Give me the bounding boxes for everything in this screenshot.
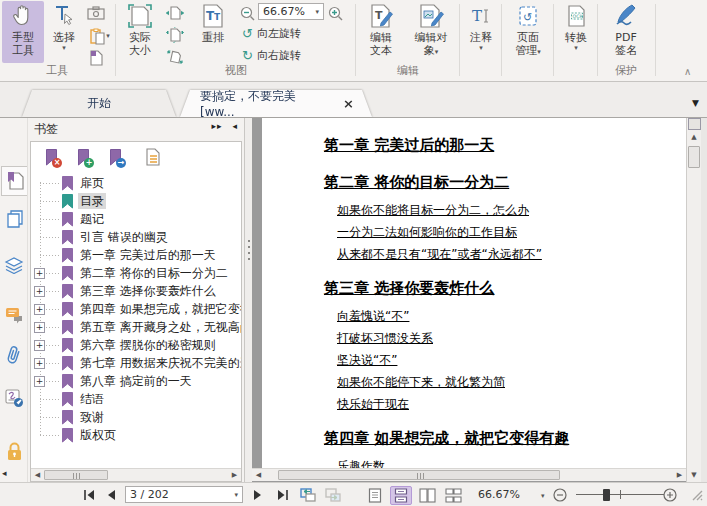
pdf-toc-entry-link[interactable]: 快乐始于现在 bbox=[337, 397, 686, 411]
convert-button[interactable]: OCR 转换 ▾ bbox=[557, 1, 595, 63]
scroll-right-icon[interactable]: ▶ bbox=[228, 469, 241, 481]
scrollbar-thumb[interactable] bbox=[688, 146, 700, 168]
bookmark-item[interactable]: 题记 bbox=[31, 210, 241, 228]
bookmark-item[interactable]: 结语 bbox=[31, 390, 241, 408]
rotate-left-button[interactable]: ↺ 向左旋转 bbox=[242, 25, 301, 41]
tab-start[interactable]: 开始 bbox=[22, 90, 176, 117]
edit-text-button[interactable]: T 编辑文本 bbox=[360, 1, 402, 63]
actual-size-button[interactable]: 实际大小 bbox=[120, 1, 160, 63]
scroll-right-icon[interactable]: ▶ bbox=[673, 469, 686, 481]
pdf-toc-heading-link[interactable]: 第二章 将你的目标一分为二 bbox=[324, 173, 686, 192]
bookmark-item[interactable]: 扉页 bbox=[31, 174, 241, 192]
select-tool-button[interactable]: 选择 ▾ bbox=[47, 1, 81, 63]
hand-tool-button[interactable]: 手型工具 bbox=[2, 1, 44, 63]
previous-view-button[interactable] bbox=[298, 486, 318, 504]
expander-plus-icon[interactable]: + bbox=[34, 358, 45, 369]
delete-bookmark-button[interactable]: × bbox=[39, 145, 63, 169]
zoom-out-button[interactable] bbox=[238, 2, 256, 24]
pdf-toc-entry-link[interactable]: 打破坏习惯没关系 bbox=[337, 331, 686, 345]
add-bookmark-button[interactable]: + bbox=[71, 145, 95, 169]
sidebar-item-comments[interactable] bbox=[1, 300, 27, 330]
strip-collapse-icon[interactable]: ◂ bbox=[2, 468, 7, 478]
pdf-toc-entry-link[interactable]: 如果你不能停下来，就化繁为简 bbox=[337, 375, 686, 389]
pdf-toc-entry-link[interactable]: 乐趣作数 bbox=[337, 459, 686, 468]
split-view-handle[interactable] bbox=[688, 118, 701, 130]
expander-plus-icon[interactable]: + bbox=[34, 376, 45, 387]
bookmark-item[interactable]: 引言 错误的幽灵 bbox=[31, 228, 241, 246]
locate-bookmark-button[interactable]: → bbox=[103, 145, 127, 169]
pdf-toc-heading-link[interactable]: 第四章 如果想完成，就把它变得有趣 bbox=[324, 429, 686, 448]
last-page-button[interactable] bbox=[274, 486, 292, 504]
bookmark-item[interactable]: +第七章 用数据来庆祝不完美的进 bbox=[31, 354, 241, 372]
zoom-slider-thumb[interactable] bbox=[603, 489, 610, 501]
expander-plus-icon[interactable]: + bbox=[34, 340, 45, 351]
pdf-toc-heading-link[interactable]: 第三章 选择你要轰炸什么 bbox=[324, 279, 686, 298]
scroll-left-icon[interactable]: ◀ bbox=[31, 469, 44, 481]
next-page-button[interactable] bbox=[250, 486, 266, 504]
panel-forward-icon[interactable]: ▸▸ bbox=[212, 121, 223, 131]
rotate-right-button[interactable]: ↻ 向右旋转 bbox=[242, 47, 301, 63]
pdf-toc-entry-link[interactable]: 坚决说“不” bbox=[337, 353, 686, 367]
sidebar-item-layers[interactable] bbox=[1, 250, 27, 280]
bookmark-item[interactable]: +第五章 离开藏身之处，无视高尚 bbox=[31, 318, 241, 336]
next-view-button[interactable] bbox=[323, 486, 343, 504]
bookmark-item[interactable]: 第一章 完美过后的那一天 bbox=[31, 246, 241, 264]
close-icon[interactable]: × bbox=[343, 96, 354, 111]
bookmark-item[interactable]: 版权页 bbox=[31, 426, 241, 444]
page-number-combobox[interactable]: 3 / 202 ▾ bbox=[125, 486, 243, 503]
edit-object-button[interactable]: 编辑对象▾ bbox=[405, 1, 457, 63]
bookmark-item[interactable]: +第二章 将你的目标一分为二 bbox=[31, 264, 241, 282]
zoom-in-slider-button[interactable] bbox=[662, 486, 678, 504]
document-vertical-scrollbar[interactable]: ▲ ▼ bbox=[686, 118, 701, 482]
expander-plus-icon[interactable]: + bbox=[34, 268, 45, 279]
collapse-ribbon-icon[interactable]: ∧ bbox=[684, 66, 691, 77]
scroll-up-icon[interactable]: ▲ bbox=[687, 131, 701, 143]
first-page-button[interactable] bbox=[80, 486, 98, 504]
panel-splitter[interactable] bbox=[244, 118, 252, 482]
panel-collapse-icon[interactable]: ◂ bbox=[232, 121, 238, 131]
annotate-button[interactable]: T 注释 ▾ bbox=[463, 1, 499, 63]
scroll-left-icon[interactable]: ◀ bbox=[252, 469, 265, 481]
pdf-toc-entry-link[interactable]: 向羞愧说“不” bbox=[337, 309, 686, 323]
sidebar-item-security[interactable] bbox=[1, 436, 27, 466]
single-page-view-button[interactable] bbox=[364, 486, 386, 505]
pdf-toc-entry-link[interactable]: 如果你不能将目标一分为二，怎么办 bbox=[337, 203, 686, 217]
expander-plus-icon[interactable]: + bbox=[34, 304, 45, 315]
continuous-view-button[interactable] bbox=[390, 486, 412, 505]
status-zoom-value[interactable]: 66.67% bbox=[478, 488, 520, 501]
scrollbar-thumb[interactable] bbox=[278, 470, 560, 480]
tab-document[interactable]: 要搞定，不要完美[ww... × bbox=[180, 90, 372, 117]
sidebar-item-attachments[interactable] bbox=[1, 340, 27, 370]
bookmark-item[interactable]: +第八章 搞定前的一天 bbox=[31, 372, 241, 390]
tab-list-arrow-icon[interactable]: ▼ bbox=[692, 98, 699, 108]
document-horizontal-scrollbar[interactable]: ◀ ▶ bbox=[252, 468, 686, 481]
facing-view-button[interactable] bbox=[416, 486, 438, 505]
dropdown-arrow-icon[interactable]: ▾ bbox=[541, 492, 545, 500]
zoom-in-button[interactable] bbox=[326, 2, 344, 24]
fit-width-button[interactable] bbox=[163, 2, 187, 24]
continuous-facing-view-button[interactable] bbox=[442, 486, 464, 505]
pdf-sign-button[interactable]: PDF签名 bbox=[602, 1, 650, 63]
ribbon-zoom-combobox[interactable]: 66.67% ▾ bbox=[258, 3, 324, 20]
sidebar-item-signatures[interactable] bbox=[1, 383, 27, 413]
bookmark-item[interactable]: 目录 bbox=[31, 192, 241, 210]
scrollbar-thumb[interactable] bbox=[44, 470, 108, 480]
reflow-button[interactable]: TT 重排 bbox=[190, 1, 236, 63]
bookmark-item[interactable]: +第三章 选择你要轰炸什么 bbox=[31, 282, 241, 300]
fit-page-button[interactable] bbox=[163, 24, 187, 46]
bookmarks-horizontal-scrollbar[interactable]: ◀ ▶ bbox=[31, 468, 241, 481]
previous-page-button[interactable] bbox=[103, 486, 119, 504]
page-management-button[interactable]: ↺ 页面管理▾ bbox=[505, 1, 551, 63]
bookmark-item[interactable]: +第四章 如果想完成，就把它变得 bbox=[31, 300, 241, 318]
sidebar-item-pages[interactable] bbox=[1, 204, 27, 234]
sidebar-item-bookmarks[interactable] bbox=[1, 166, 27, 196]
pdf-toc-heading-link[interactable]: 第一章 完美过后的那一天 bbox=[324, 136, 686, 155]
resize-grip-icon[interactable] bbox=[691, 489, 703, 501]
scroll-down-icon[interactable]: ▼ bbox=[687, 469, 701, 481]
pdf-toc-entry-link[interactable]: 从来都不是只有“现在”或者“永远都不” bbox=[337, 247, 686, 261]
expander-plus-icon[interactable]: + bbox=[34, 322, 45, 333]
zoom-out-slider-button[interactable] bbox=[552, 486, 568, 504]
snapshot-button[interactable] bbox=[84, 2, 108, 24]
clipboard-button[interactable]: ▾ bbox=[84, 25, 116, 47]
bookmark-item[interactable]: 致谢 bbox=[31, 408, 241, 426]
